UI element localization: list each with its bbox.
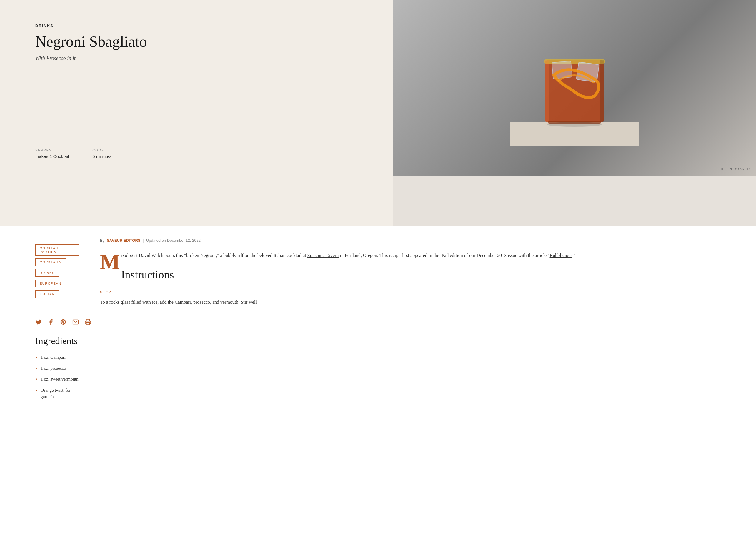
list-item: •1 oz. sweet vermouth xyxy=(35,374,79,385)
bullet-icon: • xyxy=(35,376,37,383)
intro-paragraph: M ixologist David Welch pours this "brok… xyxy=(100,252,733,259)
intro-text-2: in Portland, Oregon. This recipe first a… xyxy=(338,253,549,258)
serves-value: makes 1 Cocktail xyxy=(35,154,69,159)
bullet-icon: • xyxy=(35,354,37,362)
meta-row: SERVES makes 1 Cocktail COOK 5 minutes xyxy=(35,149,375,159)
hero-image-panel: HELEN ROSNER xyxy=(393,0,756,176)
pinterest-icon[interactable] xyxy=(60,319,66,327)
hero-right-extension xyxy=(393,176,756,226)
serves-label: SERVES xyxy=(35,149,69,152)
ingredient-text: 1 oz. prosecco xyxy=(41,365,66,372)
cocktail-illustration xyxy=(510,31,639,146)
sidebar: COCKTAIL PARTIESCOCKTAILSDRINKSEUROPEANI… xyxy=(0,238,88,402)
hero-left-extension xyxy=(0,176,393,226)
list-item: •1 oz. prosecco xyxy=(35,363,79,374)
cocktail-photo: HELEN ROSNER xyxy=(393,0,756,176)
tag-item[interactable]: DRINKS xyxy=(35,269,59,277)
sunshine-tavern-link[interactable]: Sunshine Tavern xyxy=(308,253,339,258)
tag-item[interactable]: COCKTAILS xyxy=(35,259,66,266)
instructions-title: Instructions xyxy=(100,268,733,281)
ingredient-text: 1 oz. sweet vermouth xyxy=(41,376,78,383)
list-item: •Orange twist, for garnish xyxy=(35,385,79,402)
cook-value: 5 minutes xyxy=(92,154,111,159)
step-1-label: STEP 1 xyxy=(100,290,733,294)
recipe-title: Negroni Sbagliato xyxy=(35,33,375,50)
hero-extension xyxy=(0,176,756,226)
ingredient-text: Orange twist, for garnish xyxy=(41,387,79,400)
svg-rect-3 xyxy=(545,60,549,122)
byline-prefix: By xyxy=(100,238,104,242)
content-area: COCKTAIL PARTIESCOCKTAILSDRINKSEUROPEANI… xyxy=(0,226,756,402)
byline-separator: | xyxy=(143,238,144,242)
serves-meta: SERVES makes 1 Cocktail xyxy=(35,149,69,159)
step-1-text: To a rocks glass filled with ice, add th… xyxy=(100,298,733,306)
ingredients-title: Ingredients xyxy=(35,335,79,346)
tags-wrapper: COCKTAIL PARTIESCOCKTAILSDRINKSEUROPEANI… xyxy=(35,244,79,298)
facebook-icon[interactable] xyxy=(48,319,54,327)
ingredient-list: •1 oz. Campari•1 oz. prosecco•1 oz. swee… xyxy=(35,352,79,402)
photo-credit: HELEN ROSNER xyxy=(719,167,750,171)
intro-text-3: ." xyxy=(573,253,576,258)
email-icon[interactable] xyxy=(72,319,79,327)
hero-left-panel: DRINKS Negroni Sbagliato With Prosecco i… xyxy=(0,0,393,176)
svg-point-8 xyxy=(547,122,602,127)
byline-date: Updated on December 12, 2022 xyxy=(146,238,201,242)
tag-item[interactable]: COCKTAIL PARTIES xyxy=(35,244,79,256)
intro-text-1: ixologist David Welch pours this "broken… xyxy=(121,253,308,258)
main-content: By SAVEUR EDITORS | Updated on December … xyxy=(88,238,756,402)
category-label: DRINKS xyxy=(35,23,375,28)
svg-rect-4 xyxy=(600,60,604,122)
list-item: •1 oz. Campari xyxy=(35,352,79,363)
ingredient-text: 1 oz. Campari xyxy=(41,354,66,361)
social-row xyxy=(35,313,79,335)
drop-cap: M xyxy=(100,254,120,270)
bubblicious-link[interactable]: Bubblicious xyxy=(550,253,573,258)
tag-item[interactable]: ITALIAN xyxy=(35,290,59,298)
cook-label: COOK xyxy=(92,149,111,152)
cook-meta: COOK 5 minutes xyxy=(92,149,111,159)
tag-item[interactable]: EUROPEAN xyxy=(35,280,66,287)
bullet-icon: • xyxy=(35,365,37,372)
bullet-icon: • xyxy=(35,387,37,394)
tags-section: COCKTAIL PARTIESCOCKTAILSDRINKSEUROPEANI… xyxy=(35,238,79,304)
recipe-subtitle: With Prosecco in it. xyxy=(35,55,375,61)
twitter-icon[interactable] xyxy=(35,319,42,327)
byline: By SAVEUR EDITORS | Updated on December … xyxy=(100,238,733,242)
author-link[interactable]: SAVEUR EDITORS xyxy=(107,238,140,242)
